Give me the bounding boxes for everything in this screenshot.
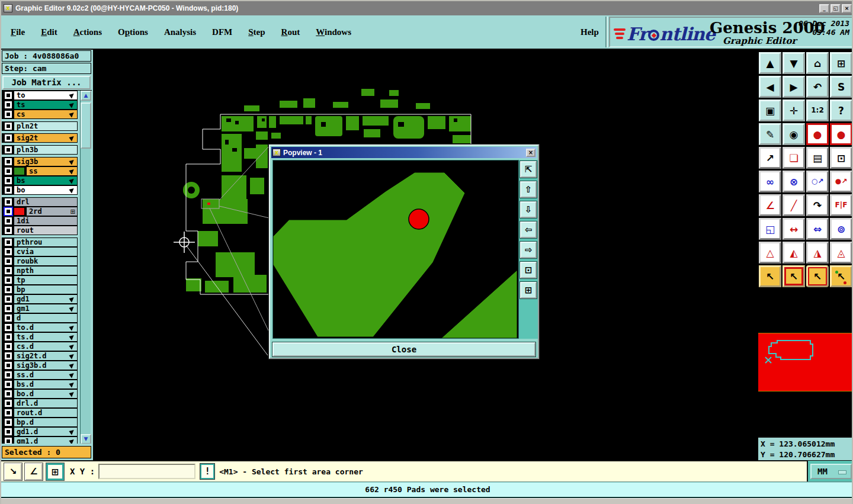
display-config-b-button[interactable]: ● — [830, 123, 852, 145]
scroll-up-button[interactable]: ▲ — [81, 91, 91, 101]
select-mode-single-button[interactable]: ↖ — [759, 265, 781, 287]
layer-checkbox[interactable] — [5, 381, 12, 388]
layer-checkbox[interactable] — [5, 362, 12, 369]
chain-select-button[interactable]: ∞ — [759, 171, 781, 192]
snap-mode-button[interactable]: ◉ — [783, 123, 805, 145]
layer-row[interactable]: gd1.d⊞ — [2, 427, 78, 436]
layer-checkbox[interactable] — [5, 333, 12, 341]
pan-left-button[interactable]: ◀ — [759, 76, 781, 98]
measure-distance-button[interactable]: ⇔ — [806, 218, 829, 240]
popview-detach-button[interactable]: ⇱ — [520, 161, 537, 178]
layer-row[interactable]: d⊞ — [2, 313, 78, 323]
zoom-1-2-button[interactable]: 1:2 — [806, 99, 829, 121]
popview-canvas[interactable] — [272, 160, 519, 339]
previous-view-button[interactable]: ↶ — [806, 76, 829, 98]
layer-checkbox[interactable] — [5, 123, 12, 130]
menu-item[interactable]: Rout — [281, 27, 300, 37]
layer-row[interactable]: to⊞ — [2, 91, 78, 100]
unselect-button[interactable]: ⊗ — [783, 171, 805, 192]
menu-item[interactable]: Actions — [73, 27, 102, 37]
layer-checkbox[interactable] — [5, 158, 12, 165]
layer-checkbox[interactable] — [5, 419, 12, 426]
layer-checkbox[interactable] — [5, 267, 12, 274]
layer-row[interactable]: cvia⊞ — [2, 247, 78, 256]
resize-button[interactable]: ◱ — [759, 218, 781, 240]
minimize-button[interactable]: _ — [819, 4, 829, 13]
layer-scrollbar[interactable]: ▲ ▼ — [80, 91, 91, 444]
layer-checkbox[interactable] — [5, 305, 12, 312]
editor-tools-button[interactable]: ✎ — [759, 123, 781, 145]
popview-title-bar[interactable]: x Popview - 1 × — [271, 147, 537, 158]
layer-checkbox[interactable] — [5, 146, 12, 153]
copy-open-target-button[interactable]: ○↗ — [806, 171, 829, 192]
alert-button[interactable]: ! — [200, 464, 214, 479]
layer-row[interactable]: sig3b.d⊞ — [2, 361, 78, 370]
layer-row[interactable]: pln2t⊞ — [2, 121, 78, 131]
layer-checkbox[interactable] — [5, 277, 12, 284]
layer-row[interactable]: drl.d⊞ — [2, 399, 78, 408]
layer-checkbox[interactable] — [5, 314, 12, 322]
arc-fill-c-button[interactable]: ◮ — [806, 242, 829, 264]
layer-checkbox[interactable] — [5, 208, 12, 215]
layer-checkbox[interactable] — [5, 286, 12, 293]
menu-item[interactable]: Analysis — [164, 27, 196, 37]
overview-pane[interactable] — [758, 291, 853, 436]
scroll-down-button[interactable]: ▼ — [81, 434, 91, 444]
layer-checkbox[interactable] — [5, 217, 12, 224]
layer-checkbox[interactable] — [5, 111, 12, 118]
layer-checkbox[interactable] — [5, 371, 12, 378]
layer-checkbox[interactable] — [5, 168, 12, 175]
layer-row[interactable]: npth⊞ — [2, 266, 78, 275]
layer-row[interactable]: bs.d⊞ — [2, 380, 78, 389]
layer-row[interactable]: bs⊞ — [2, 176, 78, 185]
mirror-button[interactable]: F|F — [830, 194, 852, 216]
layer-row[interactable]: ss⊞ — [2, 166, 78, 176]
popview-pan-right-button[interactable]: ⇨ — [520, 242, 537, 258]
layer-row[interactable]: drl⊞ — [2, 197, 78, 207]
layer-row[interactable]: gm1.d⊞ — [2, 436, 78, 444]
units-button[interactable]: MM — [810, 464, 852, 479]
layer-checkbox[interactable] — [5, 390, 12, 397]
menu-item[interactable]: File — [11, 27, 25, 37]
layer-checkbox[interactable] — [5, 101, 12, 108]
copy-button[interactable]: ❏ — [783, 147, 805, 169]
layer-row[interactable]: 1di⊞ — [2, 216, 78, 226]
layer-row[interactable]: roubk⊞ — [2, 256, 78, 266]
layer-row[interactable]: bp⊞ — [2, 285, 78, 294]
zoom-fit-button[interactable]: ▣ — [759, 99, 781, 121]
menu-item[interactable]: DFM — [212, 27, 232, 37]
layer-checkbox[interactable] — [5, 296, 12, 303]
layer-checkbox[interactable] — [5, 187, 12, 194]
menu-item-help[interactable]: Help — [581, 15, 599, 49]
layer-checkbox[interactable] — [5, 352, 12, 359]
layer-checkbox[interactable] — [5, 409, 12, 416]
popview-pan-down-button[interactable]: ⇩ — [520, 201, 537, 218]
layer-row[interactable]: cs⊞ — [2, 110, 78, 119]
display-config-a-button[interactable]: ● — [806, 123, 829, 145]
layer-checkbox[interactable] — [5, 343, 12, 350]
layer-checkbox[interactable] — [5, 227, 12, 234]
layer-checkbox[interactable] — [5, 324, 12, 331]
popview-zoom-in-button[interactable]: ⊞ — [520, 282, 537, 298]
stretch-ref-button[interactable]: ↘ — [4, 463, 22, 480]
arc-fill-d-button[interactable]: ◬ — [830, 242, 852, 264]
surface-mode-button[interactable]: ⊚ — [830, 218, 852, 240]
layer-checkbox[interactable] — [5, 400, 12, 407]
layer-row[interactable]: bo.d⊞ — [2, 389, 78, 399]
layer-row[interactable]: rout.d⊞ — [2, 408, 78, 418]
pan-down-button[interactable]: ▼ — [783, 52, 805, 74]
xy-input[interactable] — [98, 464, 195, 479]
layer-row[interactable]: 2rd⊞ — [2, 207, 78, 216]
stretch-button[interactable]: ↔ — [783, 218, 805, 240]
popview-zoom-out-button[interactable]: ⊡ — [520, 262, 537, 278]
select-mode-frame-button[interactable]: ↖ — [783, 265, 805, 287]
move-button[interactable]: ↗ — [759, 147, 781, 169]
layer-row[interactable]: gm1⊞ — [2, 304, 78, 313]
select-mode-net-button[interactable]: ↖ — [830, 265, 852, 287]
angle-snap-button[interactable]: ∠ — [25, 463, 43, 480]
home-view-button[interactable]: ⌂ — [806, 52, 829, 74]
layer-row[interactable]: cs.d⊞ — [2, 342, 78, 351]
layer-row[interactable]: ts⊞ — [2, 100, 78, 110]
layer-row[interactable]: sig3b⊞ — [2, 157, 78, 166]
layer-checkbox[interactable] — [5, 92, 12, 99]
